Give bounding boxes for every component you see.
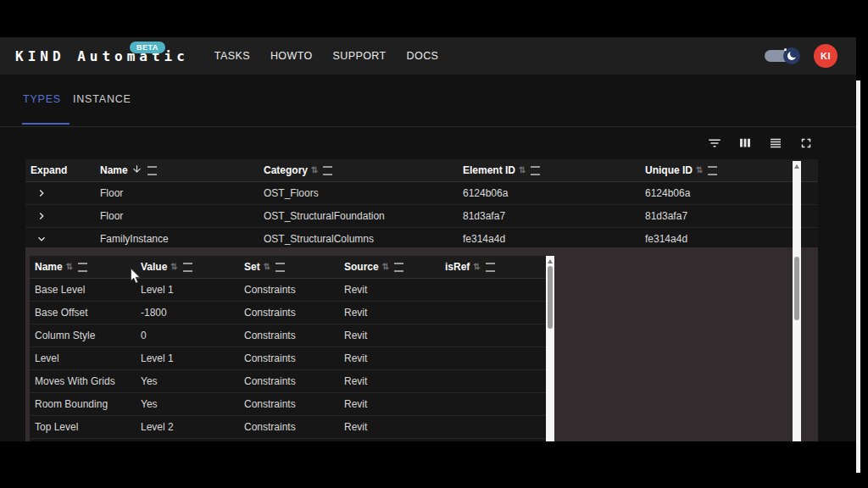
param-set-cell: Constraints	[239, 284, 339, 296]
param-value-cell: Level 1	[136, 352, 239, 364]
scrollbar-thumb[interactable]	[794, 257, 799, 320]
expanded-row-detail-panel: Name ⇅ Value ⇅ Set ⇅ So	[25, 247, 818, 441]
param-value-cell: Level 1	[136, 284, 239, 296]
param-name-cell: Level	[30, 352, 136, 364]
nav-item-docs[interactable]: DOCS	[407, 50, 439, 62]
app-window: KIND Automatic BETA TASKS HOWTO SUPPORT …	[0, 37, 856, 441]
column-header-element-id[interactable]: Element ID ⇅	[458, 164, 640, 176]
sort-icon[interactable]: ⇅	[66, 263, 73, 271]
param-set-cell: Constraints	[239, 352, 339, 364]
parameter-row[interactable]: Base LevelLevel 1ConstraintsRevit	[30, 279, 547, 302]
param-source-cell: Revit	[339, 375, 440, 387]
parameter-row[interactable]: Column Style0ConstraintsRevit	[30, 324, 547, 347]
parameter-row[interactable]: Base Offset-1800ConstraintsRevit	[30, 302, 547, 324]
param-name-cell: Base Offset	[30, 307, 136, 319]
parameters-scrollbar[interactable]	[546, 256, 554, 441]
collapse-row-button[interactable]	[36, 233, 47, 245]
nav-item-howto[interactable]: HOWTO	[270, 50, 313, 62]
param-name-cell: Base Level	[30, 284, 136, 296]
expand-row-button[interactable]	[36, 210, 47, 222]
column-menu-icon[interactable]	[183, 263, 192, 272]
column-menu-icon[interactable]	[323, 166, 332, 175]
column-header-category[interactable]: Category ⇅	[259, 164, 458, 176]
parameter-row[interactable]: LevelLevel 1ConstraintsRevit	[30, 347, 547, 370]
expand-cell	[25, 187, 95, 199]
scroll-up-arrow-icon[interactable]	[794, 164, 799, 169]
parameter-row[interactable]: Top LevelLevel 2ConstraintsRevit	[30, 416, 547, 439]
nav-item-support[interactable]: SUPPORT	[333, 50, 387, 62]
column-header-param-isref[interactable]: isRef ⇅	[440, 261, 547, 273]
column-menu-icon[interactable]	[394, 263, 403, 272]
element-id-cell: fe314a4d	[458, 233, 640, 245]
unique-id-cell: 81d3afa7	[640, 210, 818, 222]
sort-icon[interactable]: ⇅	[696, 166, 703, 175]
column-menu-icon[interactable]	[486, 263, 495, 272]
column-menu-icon[interactable]	[531, 166, 540, 175]
category-cell: OST_StructuralColumns	[259, 233, 458, 245]
column-header-param-source[interactable]: Source ⇅	[339, 261, 440, 273]
scroll-up-arrow-icon[interactable]	[548, 259, 553, 263]
param-value-cell: -1800	[136, 307, 239, 319]
chevron-right-icon	[36, 187, 47, 199]
tab-types[interactable]: TYPES	[23, 85, 61, 113]
toggle-knob	[783, 47, 800, 64]
param-name-cell: Top Level	[30, 421, 136, 433]
expand-row-button[interactable]	[36, 187, 47, 199]
nav-item-tasks[interactable]: TASKS	[214, 50, 250, 62]
sort-desc-icon[interactable]	[131, 164, 142, 177]
tab-bar: TYPES INSTANCE	[0, 85, 856, 116]
types-row[interactable]: FloorOST_StructuralFoundation81d3afa781d…	[25, 205, 818, 228]
element-id-cell: 6124b06a	[458, 187, 640, 199]
sort-icon[interactable]: ⇅	[170, 263, 177, 271]
column-menu-icon[interactable]	[78, 263, 87, 272]
column-menu-icon[interactable]	[147, 166, 157, 175]
unique-id-cell: 6124b06a	[640, 187, 818, 199]
dark-mode-toggle[interactable]	[765, 47, 804, 65]
active-tab-indicator	[22, 123, 70, 125]
tab-instance[interactable]: INSTANCE	[73, 85, 131, 113]
parameter-row[interactable]: Moves With GridsYesConstraintsRevit	[30, 370, 547, 393]
scrollbar-thumb[interactable]	[548, 266, 553, 329]
moon-icon	[787, 52, 796, 60]
name-cell: Floor	[95, 210, 259, 222]
column-menu-icon[interactable]	[708, 166, 717, 175]
sort-icon[interactable]: ⇅	[311, 166, 318, 175]
density-icon[interactable]	[765, 132, 787, 154]
param-name-cell: Room Bounding	[30, 398, 136, 410]
types-row[interactable]: FloorOST_Floors6124b06a6124b06a	[25, 182, 818, 205]
column-header-param-set[interactable]: Set ⇅	[239, 261, 339, 273]
sort-icon[interactable]: ⇅	[473, 263, 480, 271]
sort-icon[interactable]: ⇅	[519, 166, 526, 175]
param-set-cell: Constraints	[239, 330, 339, 341]
sort-icon[interactable]: ⇅	[382, 263, 389, 271]
param-source-cell: Revit	[339, 284, 440, 296]
column-header-param-value[interactable]: Value ⇅	[136, 261, 239, 273]
column-menu-icon[interactable]	[275, 263, 285, 272]
sparkle-icon	[784, 48, 787, 51]
filter-icon[interactable]	[704, 132, 726, 154]
columns-icon[interactable]	[734, 132, 756, 154]
types-scrollbar[interactable]	[793, 161, 801, 441]
param-source-cell: Revit	[339, 421, 440, 433]
column-header-unique-id[interactable]: Unique ID ⇅	[640, 164, 818, 176]
window-scrollbar-strip[interactable]	[856, 80, 860, 473]
column-header-param-name[interactable]: Name ⇅	[30, 261, 136, 273]
fullscreen-icon[interactable]	[795, 132, 817, 154]
expand-cell	[25, 233, 95, 245]
param-set-cell: Constraints	[239, 307, 339, 319]
param-source-cell: Revit	[339, 352, 440, 364]
param-name-cell: Moves With Grids	[30, 375, 136, 387]
column-header-name[interactable]: Name	[95, 164, 259, 177]
parameter-row[interactable]: Top Offset400ConstraintsRevit | Upd @ KI…	[30, 439, 547, 441]
parameter-row[interactable]: Room BoundingYesConstraintsRevit	[30, 393, 547, 416]
user-avatar[interactable]: KI	[814, 44, 837, 68]
param-value-cell: Yes	[136, 398, 239, 410]
sort-icon[interactable]: ⇅	[264, 263, 270, 271]
main-nav: TASKS HOWTO SUPPORT DOCS	[214, 50, 438, 62]
param-source-cell: Revit	[339, 330, 440, 341]
column-header-expand: Expand	[25, 164, 95, 176]
types-table: Expand Name Category ⇅ Element ID ⇅	[25, 159, 818, 251]
parameters-table-header: Name ⇅ Value ⇅ Set ⇅ So	[30, 256, 547, 279]
param-set-cell: Constraints	[239, 421, 339, 433]
category-cell: OST_Floors	[259, 187, 458, 199]
